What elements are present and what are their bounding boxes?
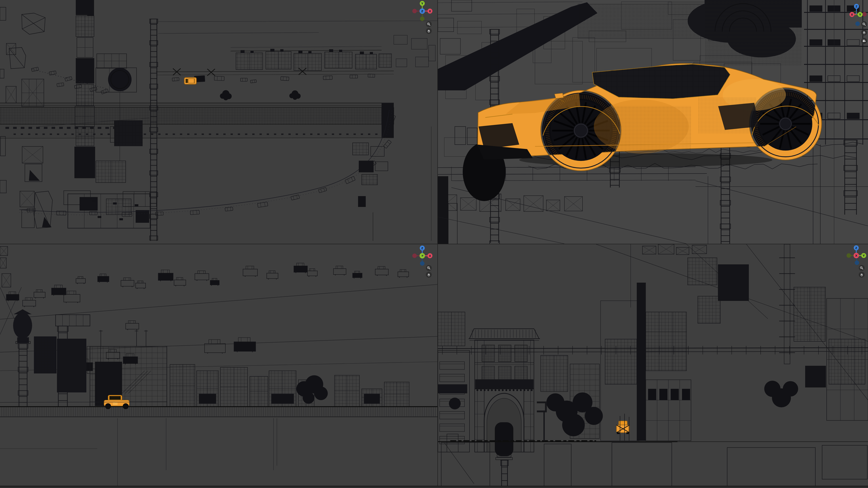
pan-button[interactable]: [426, 272, 432, 278]
viewport-top-view[interactable]: Y X Z: [0, 0, 437, 244]
gizmo-right-label: Y: [862, 254, 865, 257]
gizmo-center-label: X: [855, 254, 857, 257]
axis-x-negative-handle[interactable]: [412, 254, 417, 258]
pan-button[interactable]: [861, 30, 867, 35]
nav-gizmo[interactable]: Z Y X: [844, 244, 868, 268]
pan-button[interactable]: [426, 28, 432, 34]
gizmo-up-label: Y: [421, 2, 423, 5]
perspective-scene-canvas[interactable]: [438, 0, 868, 244]
axis-x-negative-handle[interactable]: [412, 9, 417, 13]
nav-gizmo[interactable]: Y X Z: [410, 0, 435, 24]
viewport-perspective-view[interactable]: Z X Y: [438, 0, 868, 244]
viewport-side-view[interactable]: Z Y X: [438, 244, 868, 486]
gizmo-up-label: Z: [421, 247, 423, 250]
front-view-scene-canvas[interactable]: [0, 244, 437, 486]
pan-button[interactable]: [859, 272, 865, 278]
gizmo-left-label: X: [851, 13, 853, 16]
magnifier-icon: [427, 266, 431, 270]
hand-icon: [860, 273, 864, 276]
axis-x-negative-handle[interactable]: [862, 12, 867, 17]
gizmo-right-label: Y: [859, 13, 861, 16]
hand-icon: [427, 29, 431, 33]
magnifier-icon: [862, 22, 866, 26]
gizmo-up-label: Z: [855, 246, 857, 250]
gizmo-up-label: Z: [855, 5, 857, 8]
gizmo-right-label: X: [429, 9, 431, 13]
side-view-scene-canvas[interactable]: [438, 244, 868, 486]
camera-icon: [862, 39, 866, 43]
zoom-button[interactable]: [426, 21, 432, 27]
axis-y-negative-handle[interactable]: [420, 17, 425, 21]
gizmo-center-label: -Y: [421, 254, 424, 257]
selected-car-side[interactable]: [616, 421, 629, 434]
viewport-front-view[interactable]: Z X -Y: [0, 244, 437, 486]
gizmo-right-label: X: [429, 254, 431, 258]
axis-z-negative-handle[interactable]: [855, 22, 860, 26]
nav-gizmo[interactable]: Z X -Y: [410, 244, 435, 268]
selected-car-top[interactable]: [184, 77, 196, 84]
3d-application-window: Y X Z: [0, 0, 868, 488]
hand-icon: [427, 273, 431, 276]
window-bottom-edge: [0, 486, 868, 488]
axis-z-negative-handle[interactable]: [420, 261, 425, 266]
zoom-button[interactable]: [859, 265, 865, 271]
magnifier-icon: [427, 22, 431, 26]
top-view-scene-canvas[interactable]: [0, 0, 437, 244]
magnifier-icon: [860, 266, 864, 270]
axis-y-negative-handle[interactable]: [846, 253, 851, 258]
gizmo-center-label: Z: [421, 9, 423, 13]
camera-view-button[interactable]: [861, 38, 867, 44]
hand-icon: [862, 31, 866, 34]
axis-z-negative-handle[interactable]: [855, 260, 859, 265]
zoom-button[interactable]: [861, 21, 867, 27]
zoom-button[interactable]: [426, 265, 432, 271]
